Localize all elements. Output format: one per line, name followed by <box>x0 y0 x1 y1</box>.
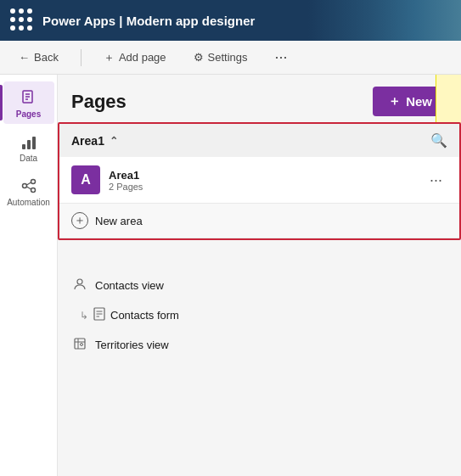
svg-point-8 <box>31 180 35 184</box>
pages-label: Pages <box>16 109 41 119</box>
automation-icon <box>20 176 38 195</box>
toolbar: ← Back ＋ Add page ⚙ Settings ··· <box>0 41 461 75</box>
svg-rect-4 <box>22 144 25 149</box>
more-icon: ··· <box>275 48 288 65</box>
list-item[interactable]: Contacts view <box>58 271 461 300</box>
new-area-item[interactable]: ＋ New area <box>59 204 459 238</box>
territories-view-label: Territories view <box>95 339 169 351</box>
page-list: Contacts view ↳ Contacts form <box>58 271 461 360</box>
pages-header: Pages ＋ New <box>58 75 461 126</box>
dropdown-header: Area1 ⌃ 🔍 <box>59 124 459 157</box>
new-area-label: New area <box>95 215 143 227</box>
settings-icon: ⚙ <box>194 51 204 64</box>
waffle-icon[interactable] <box>10 8 34 32</box>
content-area: Pages ＋ New Area1 ⌃ 🔍 A <box>58 75 461 476</box>
area1-sub: 2 Pages <box>109 182 143 192</box>
svg-point-7 <box>22 184 26 188</box>
svg-point-12 <box>77 279 82 284</box>
data-label: Data <box>20 154 37 163</box>
sidebar-item-automation[interactable]: Automation <box>3 170 54 212</box>
back-label: Back <box>34 51 59 64</box>
page-title: Pages <box>71 91 126 113</box>
automation-label: Automation <box>7 198 50 207</box>
new-label: New <box>406 94 432 109</box>
area1-info: Area1 2 Pages <box>109 169 143 192</box>
svg-point-20 <box>81 344 83 346</box>
pages-icon <box>20 88 38 107</box>
data-icon <box>20 132 38 151</box>
area1-more-button[interactable]: ··· <box>424 170 447 191</box>
settings-button[interactable]: ⚙ Settings <box>188 48 253 67</box>
territories-icon <box>71 337 88 353</box>
area-dropdown: Area1 ⌃ 🔍 A Area1 2 Pages ··· <box>58 122 461 240</box>
list-item[interactable]: Territories view <box>58 330 461 360</box>
add-page-label: Add page <box>119 51 166 64</box>
area1-avatar: A <box>71 165 100 194</box>
list-item[interactable]: ↳ Contacts form <box>58 300 461 330</box>
svg-rect-17 <box>75 339 85 349</box>
svg-point-9 <box>31 188 35 193</box>
settings-label: Settings <box>208 51 248 64</box>
area1-name: Area1 <box>109 169 143 182</box>
sidebar: Pages Data Aut <box>0 75 58 476</box>
indent-arrow-icon: ↳ <box>80 310 88 322</box>
plus-icon: ＋ <box>104 50 115 65</box>
back-arrow-icon: ← <box>19 51 30 64</box>
contacts-form-label: Contacts form <box>110 309 179 322</box>
more-button[interactable]: ··· <box>270 47 293 68</box>
toolbar-separator <box>81 49 82 66</box>
svg-rect-5 <box>27 140 31 149</box>
new-plus-icon: ＋ <box>388 93 401 109</box>
contact-icon <box>71 277 88 294</box>
sidebar-item-data[interactable]: Data <box>3 126 54 168</box>
add-page-button[interactable]: ＋ Add page <box>98 47 171 69</box>
dropdown-search-button[interactable]: 🔍 <box>430 132 447 148</box>
app-header: Power Apps | Modern app designer <box>0 0 461 41</box>
header-background <box>308 0 461 41</box>
sidebar-item-pages[interactable]: Pages <box>3 81 54 124</box>
chevron-icon: ⌃ <box>110 135 118 147</box>
avatar-letter: A <box>81 172 91 188</box>
main-layout: Pages Data Aut <box>0 75 461 476</box>
area-name: Area1 <box>71 134 104 148</box>
contacts-view-label: Contacts view <box>95 279 164 292</box>
area-label: Area1 ⌃ <box>71 134 118 148</box>
sticky-note <box>436 75 461 126</box>
form-icon <box>93 307 105 323</box>
area1-item-left: A Area1 2 Pages <box>71 165 143 194</box>
svg-line-10 <box>26 182 31 185</box>
search-icon: 🔍 <box>430 133 447 148</box>
new-area-plus-icon: ＋ <box>71 212 88 229</box>
svg-line-11 <box>26 187 31 189</box>
svg-rect-6 <box>32 137 36 149</box>
app-title: Power Apps | Modern app designer <box>42 14 255 28</box>
back-button[interactable]: ← Back <box>14 48 64 67</box>
area1-item[interactable]: A Area1 2 Pages ··· <box>59 157 459 204</box>
